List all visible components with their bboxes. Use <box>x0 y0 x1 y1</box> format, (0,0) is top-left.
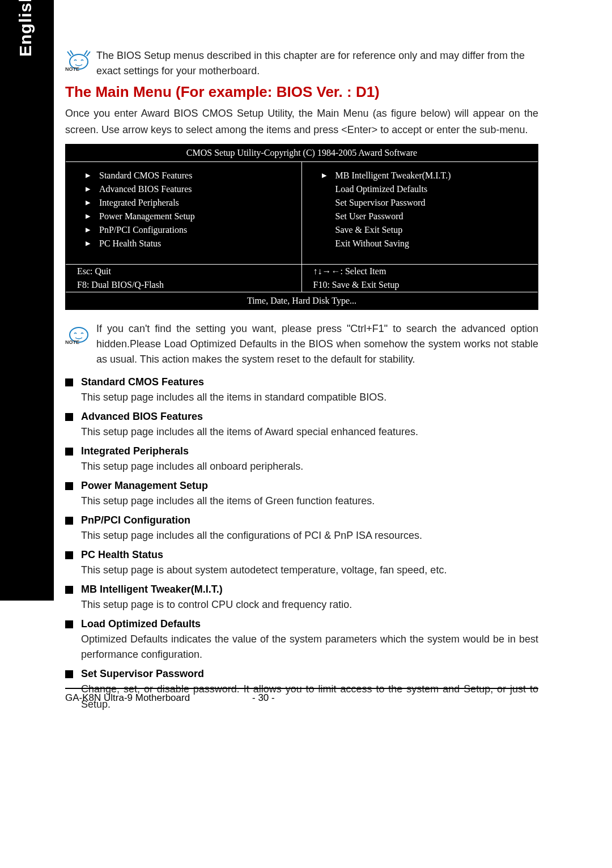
triangle-icon: ▶ <box>86 212 90 220</box>
feature-block: PnP/PCI Configuration This setup page in… <box>65 514 538 543</box>
bios-item[interactable]: ▶Standard CMOS Features <box>86 169 290 182</box>
feature-block: Load Optimized Defaults Optimized Defaul… <box>65 618 538 662</box>
bullet-square-icon <box>65 586 73 594</box>
note-label: NOTE <box>65 66 79 72</box>
bios-item[interactable]: ▶MB Intelligent Tweaker(M.I.T.) <box>322 169 527 182</box>
feature-title: PC Health Status <box>81 549 163 561</box>
feature-desc: This setup page includes all the items o… <box>81 424 538 440</box>
feature-block: Integrated Peripherals This setup page i… <box>65 445 538 474</box>
bullet-square-icon <box>65 551 73 559</box>
bios-left-col: ▶Standard CMOS Features ▶Advanced BIOS F… <box>66 162 302 264</box>
bios-item[interactable]: ▶Save & Exit Setup <box>322 223 527 237</box>
key-f8: F8: Dual BIOS/Q-Flash <box>66 278 302 292</box>
triangle-icon: ▶ <box>86 172 90 179</box>
bios-title: CMOS Setup Utility-Copyright (C) 1984-20… <box>66 144 538 162</box>
feature-desc: This setup page includes all onboard per… <box>81 459 538 474</box>
note-label: NOTE <box>65 339 79 345</box>
bullet-square-icon <box>65 448 73 456</box>
bios-item[interactable]: ▶PC Health Status <box>86 237 290 250</box>
note-icon: NOTE <box>65 49 96 71</box>
page-footer: GA-K8N Ultra-9 Motherboard - 30 - <box>65 688 538 704</box>
footer-page: - 30 - <box>252 692 275 704</box>
bullet-square-icon <box>65 413 73 421</box>
triangle-icon: ▶ <box>86 240 90 247</box>
note-block-2: NOTE If you can't find the setting you w… <box>65 321 538 367</box>
feature-title: MB Intelligent Tweaker(M.I.T.) <box>81 584 223 595</box>
key-esc: Esc: Quit <box>66 265 302 278</box>
feature-desc: This setup page is about system autodete… <box>81 563 538 578</box>
bios-item[interactable]: ▶PnP/PCI Configurations <box>86 223 290 237</box>
bios-item-label: Standard CMOS Features <box>99 171 192 181</box>
triangle-icon: ▶ <box>86 199 90 206</box>
feature-desc: This setup page includes all the items i… <box>81 390 538 405</box>
bios-menu: CMOS Setup Utility-Copyright (C) 1984-20… <box>65 144 538 310</box>
feature-block: Power Management Setup This setup page i… <box>65 480 538 509</box>
page-content: NOTE The BIOS Setup menus described in t… <box>65 48 538 718</box>
feature-title: Power Management Setup <box>81 480 208 492</box>
bullet-square-icon <box>65 620 73 628</box>
bullet-square-icon <box>65 482 73 490</box>
bullet-square-icon <box>65 517 73 525</box>
note-block-1: NOTE The BIOS Setup menus described in t… <box>65 48 538 79</box>
bios-item-label: MB Intelligent Tweaker(M.I.T.) <box>335 171 451 181</box>
feature-desc: This setup page includes all the items o… <box>81 493 538 509</box>
main-heading: The Main Menu (For example: BIOS Ver. : … <box>65 83 538 101</box>
triangle-icon: ▶ <box>322 172 326 179</box>
feature-desc: Optimized Defaults indicates the value o… <box>81 632 538 662</box>
bios-keys-row2: F8: Dual BIOS/Q-Flash F10: Save & Exit S… <box>66 278 538 292</box>
sidebar-black: English <box>0 0 54 601</box>
bios-item-label: Advanced BIOS Features <box>99 184 192 194</box>
note-icon: NOTE <box>65 322 96 344</box>
bios-item-label: Load Optimized Defaults <box>335 184 428 194</box>
feature-desc: This setup page includes all the configu… <box>81 528 538 543</box>
feature-block: Advanced BIOS Features This setup page i… <box>65 411 538 440</box>
bios-item-label: Set Supervisor Password <box>335 198 426 208</box>
bios-item-label: Integrated Peripherals <box>99 198 179 208</box>
feature-title: Integrated Peripherals <box>81 445 189 457</box>
bios-item[interactable]: ▶Set Supervisor Password <box>322 196 527 210</box>
intro-text: Once you enter Award BIOS CMOS Setup Uti… <box>65 105 538 138</box>
bios-item[interactable]: ▶Integrated Peripherals <box>86 196 290 210</box>
bios-item[interactable]: ▶Advanced BIOS Features <box>86 182 290 196</box>
note-text-1: The BIOS Setup menus described in this c… <box>96 48 538 79</box>
feature-title: Standard CMOS Features <box>81 376 204 388</box>
triangle-icon: ▶ <box>86 226 90 233</box>
bios-item-label: Power Management Setup <box>99 211 195 222</box>
bullet-square-icon <box>65 670 73 678</box>
bios-item-label: PnP/PCI Configurations <box>99 225 187 235</box>
bios-item[interactable]: ▶Set User Password <box>322 210 527 223</box>
feature-block: MB Intelligent Tweaker(M.I.T.) This setu… <box>65 584 538 612</box>
language-tab: English <box>16 0 35 57</box>
bios-item-label: PC Health Status <box>99 239 161 249</box>
bios-keys-row1: Esc: Quit ↑↓→←: Select Item <box>66 264 538 278</box>
note-text-2: If you can't find the setting you want, … <box>96 321 538 367</box>
key-arrows: ↑↓→←: Select Item <box>302 265 538 278</box>
feature-block: PC Health Status This setup page is abou… <box>65 549 538 578</box>
feature-title: Set Supervisor Password <box>81 668 204 680</box>
bios-item[interactable]: ▶Load Optimized Defaults <box>322 182 527 196</box>
feature-title: Advanced BIOS Features <box>81 411 203 423</box>
footer-model: GA-K8N Ultra-9 Motherboard <box>65 692 252 704</box>
bios-right-col: ▶MB Intelligent Tweaker(M.I.T.) ▶Load Op… <box>302 162 538 264</box>
feature-block: Standard CMOS Features This setup page i… <box>65 376 538 405</box>
triangle-icon: ▶ <box>86 185 90 193</box>
bios-item[interactable]: ▶Power Management Setup <box>86 210 290 223</box>
bios-help-line: Time, Date, Hard Disk Type... <box>66 292 538 309</box>
bios-item-label: Exit Without Saving <box>335 239 410 249</box>
bios-item-label: Set User Password <box>335 211 403 222</box>
key-f10: F10: Save & Exit Setup <box>302 278 538 292</box>
feature-title: Load Optimized Defaults <box>81 618 201 630</box>
feature-title: PnP/PCI Configuration <box>81 514 190 526</box>
feature-desc: This setup page is to control CPU clock … <box>81 597 538 612</box>
bullet-square-icon <box>65 378 73 386</box>
bios-item-label: Save & Exit Setup <box>335 225 403 235</box>
bios-item[interactable]: ▶Exit Without Saving <box>322 237 527 250</box>
